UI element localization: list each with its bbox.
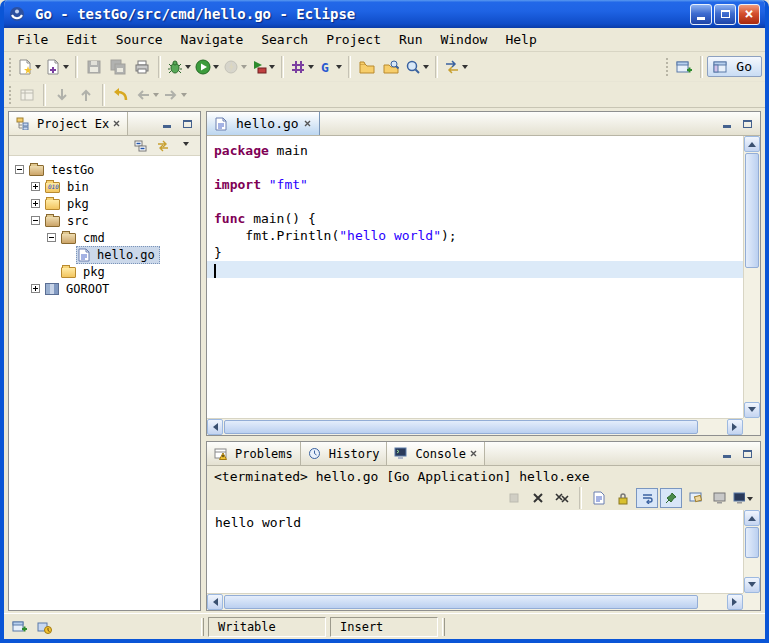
- scroll-down-icon[interactable]: [744, 402, 760, 418]
- console-output[interactable]: hello world: [207, 510, 743, 593]
- menu-help[interactable]: Help: [496, 29, 545, 50]
- collapse-icon[interactable]: [47, 233, 56, 242]
- view-menu-icon[interactable]: [175, 137, 195, 154]
- code-line-current[interactable]: [207, 261, 743, 278]
- scrollbar-thumb[interactable]: [745, 527, 759, 558]
- debug-icon[interactable]: [165, 55, 193, 79]
- minimize-view-icon[interactable]: [719, 117, 735, 131]
- code-line[interactable]: [207, 193, 743, 210]
- tree-item-cmd[interactable]: cmd: [9, 229, 200, 246]
- toolbar-handle[interactable]: [665, 56, 669, 78]
- tab-problems[interactable]: Problems: [207, 442, 301, 465]
- menu-source[interactable]: Source: [107, 29, 172, 50]
- markers-icon[interactable]: [15, 83, 39, 107]
- new-wizard-icon[interactable]: [15, 55, 43, 79]
- forward-icon[interactable]: [161, 83, 189, 107]
- clear-console-icon[interactable]: [684, 488, 706, 508]
- menu-project[interactable]: Project: [317, 29, 390, 50]
- print-icon[interactable]: [130, 55, 154, 79]
- scroll-right-icon[interactable]: [727, 419, 743, 435]
- scroll-lock-icon[interactable]: [612, 488, 634, 508]
- terminate-icon[interactable]: [503, 488, 525, 508]
- toolbar-handle[interactable]: [8, 84, 12, 106]
- search-icon[interactable]: [403, 55, 431, 79]
- run-config-icon[interactable]: [221, 55, 249, 79]
- expand-icon[interactable]: [31, 284, 40, 293]
- maximize-view-icon[interactable]: [739, 117, 755, 131]
- tree-item-pkg[interactable]: pkg: [9, 195, 200, 212]
- go-build-icon[interactable]: G: [316, 55, 344, 79]
- code-line[interactable]: package main: [207, 142, 743, 159]
- tab-hello-go[interactable]: hello.go: [207, 112, 320, 135]
- collapse-all-icon[interactable]: [131, 137, 151, 154]
- minimize-button[interactable]: [690, 4, 712, 25]
- expand-icon[interactable]: [31, 182, 40, 191]
- export-log-icon[interactable]: [588, 488, 610, 508]
- menu-navigate[interactable]: Navigate: [172, 29, 253, 50]
- tab-console[interactable]: Console: [387, 442, 485, 465]
- tab-project-explorer[interactable]: Project Ex: [9, 112, 128, 135]
- menu-window[interactable]: Window: [431, 29, 496, 50]
- tree-item-src[interactable]: src: [9, 212, 200, 229]
- code-line[interactable]: }: [207, 244, 743, 261]
- new-go-element-icon[interactable]: [43, 55, 71, 79]
- open-perspective-icon[interactable]: [672, 55, 696, 79]
- last-edit-location-icon[interactable]: [109, 83, 133, 107]
- scroll-right-icon[interactable]: [727, 594, 743, 610]
- code-line[interactable]: [207, 159, 743, 176]
- word-wrap-icon[interactable]: [636, 488, 658, 508]
- display-selected-console-icon[interactable]: [708, 488, 730, 508]
- new-go-app-icon[interactable]: [288, 55, 316, 79]
- remove-all-launches-icon[interactable]: [551, 488, 573, 508]
- titlebar[interactable]: Go - testGo/src/cmd/hello.go - Eclipse ×: [4, 0, 765, 28]
- menu-run[interactable]: Run: [390, 29, 431, 50]
- scrollbar-thumb[interactable]: [224, 420, 698, 434]
- go-perspective-button[interactable]: Go: [707, 56, 762, 77]
- prev-annotation-icon[interactable]: [74, 83, 98, 107]
- link-with-editor-icon[interactable]: [153, 137, 173, 154]
- tab-history[interactable]: History: [301, 442, 388, 465]
- maximize-view-icon[interactable]: [179, 117, 195, 131]
- launch-progress-icon[interactable]: [37, 620, 52, 634]
- open-type-icon[interactable]: [379, 55, 403, 79]
- scroll-left-icon[interactable]: [207, 419, 223, 435]
- tree-item-goroot[interactable]: GOROOT: [9, 280, 200, 297]
- external-tools-icon[interactable]: [249, 55, 277, 79]
- scrollbar-thumb[interactable]: [745, 153, 759, 268]
- close-view-icon[interactable]: [470, 450, 477, 457]
- fast-view-icon[interactable]: [12, 620, 27, 634]
- close-view-icon[interactable]: [113, 120, 120, 127]
- team-sync-icon[interactable]: [442, 55, 470, 79]
- tree-item-bin[interactable]: 010 bin: [9, 178, 200, 195]
- menu-edit[interactable]: Edit: [57, 29, 106, 50]
- minimize-view-icon[interactable]: [159, 117, 175, 131]
- scroll-up-icon[interactable]: [744, 510, 760, 526]
- collapse-icon[interactable]: [31, 216, 40, 225]
- console-vertical-scrollbar[interactable]: [743, 510, 760, 593]
- code-area[interactable]: package main import "fmt" func main() { …: [207, 136, 743, 418]
- scroll-down-icon[interactable]: [744, 577, 760, 593]
- maximize-view-icon[interactable]: [739, 447, 755, 461]
- run-icon[interactable]: [193, 55, 221, 79]
- save-all-icon[interactable]: [106, 55, 130, 79]
- open-console-icon[interactable]: [732, 488, 754, 508]
- scroll-left-icon[interactable]: [207, 594, 223, 610]
- editor-horizontal-scrollbar[interactable]: [207, 418, 743, 435]
- console-horizontal-scrollbar[interactable]: [207, 593, 743, 610]
- close-button[interactable]: ×: [738, 4, 760, 25]
- remove-launch-icon[interactable]: [527, 488, 549, 508]
- next-annotation-icon[interactable]: [50, 83, 74, 107]
- open-resource-icon[interactable]: [355, 55, 379, 79]
- maximize-button[interactable]: [714, 4, 736, 25]
- editor-vertical-scrollbar[interactable]: [743, 136, 760, 418]
- code-line[interactable]: fmt.Println("hello world");: [207, 227, 743, 244]
- save-icon[interactable]: [82, 55, 106, 79]
- scrollbar-thumb[interactable]: [224, 595, 698, 609]
- code-line[interactable]: import "fmt": [207, 176, 743, 193]
- scroll-up-icon[interactable]: [744, 136, 760, 152]
- tree-item-hello-go[interactable]: hello.go: [9, 246, 200, 263]
- menu-file[interactable]: File: [8, 29, 57, 50]
- tree-item-testgo[interactable]: testGo: [9, 161, 200, 178]
- menu-search[interactable]: Search: [252, 29, 317, 50]
- pin-console-icon[interactable]: [660, 488, 682, 508]
